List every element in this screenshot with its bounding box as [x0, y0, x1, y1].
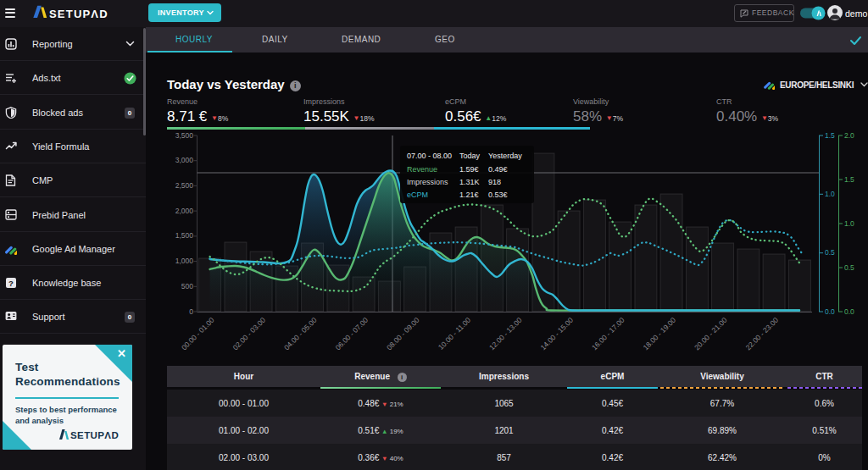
svg-text:2,500: 2,500 [175, 181, 194, 190]
svg-text:1,000: 1,000 [175, 257, 194, 265]
svg-text:3,000: 3,000 [175, 156, 194, 164]
svg-text:1.31K: 1.31K [459, 178, 480, 186]
svg-text:20.00 - 21.00: 20.00 - 21.00 [693, 316, 729, 352]
svg-text:?: ? [8, 279, 14, 288]
svg-text:08.00 - 09.00: 08.00 - 09.00 [385, 316, 421, 352]
svg-text:1.21€: 1.21€ [459, 191, 479, 199]
svg-text:SETUPΛD: SETUPΛD [70, 430, 119, 440]
svg-text:2.0: 2.0 [844, 131, 854, 140]
svg-text:18.00 - 19.00: 18.00 - 19.00 [642, 316, 678, 352]
svg-text:0.49€: 0.49€ [488, 165, 508, 174]
svg-text:918: 918 [488, 178, 501, 186]
svg-text:16.00 - 17.00: 16.00 - 17.00 [590, 316, 626, 352]
svg-text:0.53€: 0.53€ [488, 191, 508, 199]
svg-text:12.00 - 13.00: 12.00 - 13.00 [487, 316, 524, 352]
svg-text:00.00 - 01.00: 00.00 - 01.00 [180, 316, 216, 352]
svg-text:Today: Today [459, 152, 481, 160]
svg-text:02.00 - 03.00: 02.00 - 03.00 [231, 316, 268, 352]
svg-text:04.00 - 05.00: 04.00 - 05.00 [282, 316, 319, 352]
svg-text:0.5: 0.5 [844, 263, 854, 272]
svg-text:1.59€: 1.59€ [459, 165, 479, 174]
svg-text:500: 500 [181, 282, 193, 290]
svg-text:0.0: 0.0 [825, 307, 835, 316]
svg-text:22.00 - 23.00: 22.00 - 23.00 [744, 316, 781, 352]
svg-text:1.0: 1.0 [825, 190, 835, 198]
svg-text:1.0: 1.0 [844, 219, 854, 228]
svg-text:1,500: 1,500 [175, 231, 194, 240]
svg-text:0.0: 0.0 [844, 307, 854, 316]
svg-text:0.5: 0.5 [825, 248, 835, 257]
svg-text:eCPM: eCPM [407, 191, 428, 199]
svg-text:Revenue: Revenue [407, 165, 437, 174]
svg-text:Impressions: Impressions [407, 178, 448, 186]
svg-text:2,000: 2,000 [175, 207, 194, 215]
svg-text:07.00 - 08.00: 07.00 - 08.00 [407, 152, 452, 160]
svg-text:3,500: 3,500 [175, 131, 194, 140]
svg-text:1.5: 1.5 [844, 175, 854, 184]
svg-text:14.00 - 15.00: 14.00 - 15.00 [539, 316, 576, 352]
svg-text:06.00 - 07.00: 06.00 - 07.00 [334, 316, 370, 352]
svg-text:1.5: 1.5 [825, 131, 835, 140]
svg-text:Yesterday: Yesterday [488, 152, 522, 160]
svg-text:0: 0 [189, 307, 193, 316]
svg-text:10.00 - 11.00: 10.00 - 11.00 [437, 316, 472, 351]
